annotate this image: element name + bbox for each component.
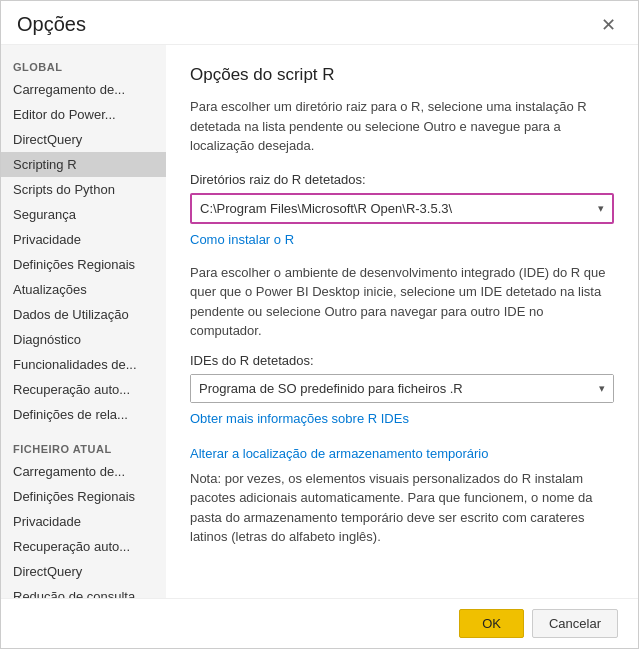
dir-dropdown-container: C:\Program Files\Microsoft\R Open\R-3.5.… [192, 195, 612, 222]
dialog-title: Opções [17, 13, 86, 36]
ide-label: IDEs do R detetados: [190, 353, 614, 368]
dialog-footer: OK Cancelar [1, 598, 638, 648]
sidebar: GLOBAL Carregamento de...Editor do Power… [1, 45, 166, 598]
sidebar-item-f-reducao[interactable]: Redução de consulta [1, 584, 166, 598]
global-section-label: GLOBAL [1, 53, 166, 77]
sidebar-item-f-carregamento[interactable]: Carregamento de... [1, 459, 166, 484]
dir-dropdown-wrapper: C:\Program Files\Microsoft\R Open\R-3.5.… [190, 193, 614, 224]
sidebar-item-diagnostico[interactable]: Diagnóstico [1, 327, 166, 352]
main-description2: Para escolher o ambiente de desenvolvime… [190, 263, 614, 341]
sidebar-item-scripts-python[interactable]: Scripts do Python [1, 177, 166, 202]
sidebar-item-f-recuperacao[interactable]: Recuperação auto... [1, 534, 166, 559]
main-description: Para escolher um diretório raiz para o R… [190, 97, 614, 156]
sidebar-item-f-directquery[interactable]: DirectQuery [1, 559, 166, 584]
dir-dropdown[interactable]: C:\Program Files\Microsoft\R Open\R-3.5.… [192, 195, 612, 222]
options-dialog: Opções ✕ GLOBAL Carregamento de...Editor… [0, 0, 639, 649]
dir-label: Diretórios raiz do R detetados: [190, 172, 614, 187]
close-button[interactable]: ✕ [595, 14, 622, 36]
cancel-button[interactable]: Cancelar [532, 609, 618, 638]
sidebar-item-definicoes-rela[interactable]: Definições de rela... [1, 402, 166, 427]
sidebar-item-scripting-r[interactable]: Scripting R [1, 152, 166, 177]
dialog-body: GLOBAL Carregamento de...Editor do Power… [1, 45, 638, 598]
sidebar-item-definicoes-regionais[interactable]: Definições Regionais [1, 252, 166, 277]
ok-button[interactable]: OK [459, 609, 524, 638]
ide-info-link[interactable]: Obter mais informações sobre R IDEs [190, 411, 409, 426]
sidebar-item-privacidade[interactable]: Privacidade [1, 227, 166, 252]
ide-dropdown-wrapper: Programa de SO predefinido para ficheiro… [190, 374, 614, 403]
install-r-link[interactable]: Como instalar o R [190, 232, 294, 247]
sidebar-item-seguranca[interactable]: Segurança [1, 202, 166, 227]
section-title: Opções do script R [190, 65, 614, 85]
sidebar-item-f-definicoes-regionais[interactable]: Definições Regionais [1, 484, 166, 509]
ide-dropdown-container: Programa de SO predefinido para ficheiro… [191, 375, 613, 402]
sidebar-item-f-privacidade[interactable]: Privacidade [1, 509, 166, 534]
sidebar-item-carregamento[interactable]: Carregamento de... [1, 77, 166, 102]
sidebar-item-atualizacoes[interactable]: Atualizações [1, 277, 166, 302]
main-content: Opções do script R Para escolher um dire… [166, 45, 638, 598]
ficheiro-section-label: FICHEIRO ATUAL [1, 435, 166, 459]
sidebar-item-directquery[interactable]: DirectQuery [1, 127, 166, 152]
sidebar-item-recuperacao-auto[interactable]: Recuperação auto... [1, 377, 166, 402]
nota-text: Nota: por vezes, os elementos visuais pe… [190, 469, 614, 547]
ide-dropdown[interactable]: Programa de SO predefinido para ficheiro… [191, 375, 613, 402]
sidebar-item-dados-utilizacao[interactable]: Dados de Utilização [1, 302, 166, 327]
sidebar-item-editor-power[interactable]: Editor do Power... [1, 102, 166, 127]
title-bar: Opções ✕ [1, 1, 638, 45]
sidebar-item-funcionalidades[interactable]: Funcionalidades de... [1, 352, 166, 377]
location-link[interactable]: Alterar a localização de armazenamento t… [190, 446, 488, 461]
